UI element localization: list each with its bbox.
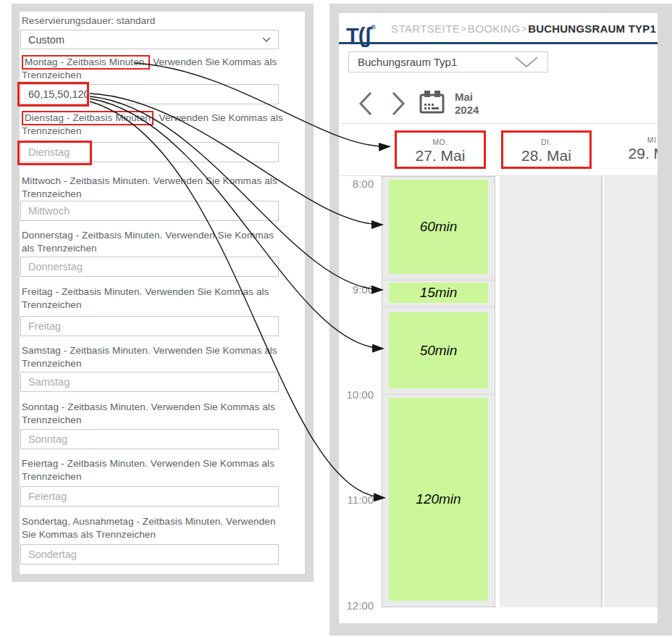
day-abbrev: MO. [432, 138, 448, 146]
breadcrumb-startseite[interactable]: STARTSEITE [391, 22, 460, 35]
montag-label-highlight: Montag - Zeitbasis Minuten. [22, 55, 150, 70]
sonntag-input[interactable] [20, 429, 279, 449]
registered-mark: ® [371, 24, 376, 31]
day-date: 29. Mai [629, 145, 658, 162]
slot-divider [382, 280, 495, 280]
room-select-dropdown[interactable]: Buchungsraum Typ1 [348, 51, 548, 72]
toolbar-divider [340, 123, 658, 124]
dienstag-placeholder-highlight-box [17, 141, 92, 165]
dienstag-label: Dienstag - Zeitbasis Minuten. Verwenden … [22, 112, 285, 137]
breadcrumb-separator-icon: > [521, 23, 527, 34]
booking-slot-120min[interactable]: 120min [389, 398, 488, 601]
reservation-duration-select[interactable]: Custom [20, 30, 279, 49]
booking-slot-60min[interactable]: 60min [389, 180, 488, 274]
reservation-duration-value: Custom [28, 34, 64, 46]
breadcrumb: STARTSEITE > BOOKING > BUCHUNGSRAUM TYP1 [391, 13, 656, 43]
room-select-value: Buchungsraum Typ1 [358, 56, 457, 68]
day-header-monday: MO. 27. Mai [395, 130, 486, 169]
booking-slot-15min[interactable]: 15min [389, 283, 488, 303]
header-divider [339, 42, 658, 44]
freitag-input[interactable] [20, 316, 279, 336]
booking-slot-50min[interactable]: 50min [389, 312, 488, 388]
feiertag-label: Feiertag - Zeitbasis Minuten. Verwenden … [22, 457, 285, 483]
montag-label: Montag - Zeitbasis Minuten. Verwenden Si… [22, 56, 285, 81]
month-name: Mai [455, 91, 479, 104]
prev-week-button[interactable] [356, 90, 375, 117]
day-header-wednesday: MI. 29. Mai [608, 130, 658, 169]
calendar-column-tuesday[interactable] [500, 176, 602, 607]
montag-value-highlight-box [17, 82, 89, 107]
day-date: 27. Mai [416, 147, 466, 165]
day-abbrev: DI. [541, 138, 552, 146]
slot-divider [382, 307, 495, 307]
donnerstag-label: Donnerstag - Zeitbasis Minuten. Verwende… [22, 229, 285, 254]
day-abbrev: MI. [647, 136, 658, 144]
booking-app-panel: T(ʃ® STARTSEITE > BOOKING > BUCHUNGSRAUM… [339, 13, 658, 623]
chevron-down-icon [262, 37, 271, 43]
reservation-duration-label: Reservierungsdauer: standard [22, 14, 285, 28]
next-week-button[interactable] [389, 90, 408, 117]
mittwoch-label: Mittwoch - Zeitbasis Minuten. Verwenden … [22, 175, 285, 200]
chevron-right-icon [390, 91, 407, 117]
breadcrumb-separator-icon: > [461, 23, 466, 34]
day-header-tuesday: DI. 28. Mai [501, 130, 592, 169]
sondertag-input[interactable] [20, 544, 279, 565]
calendar-icon[interactable] [419, 89, 446, 117]
chevron-down-icon [514, 56, 539, 68]
month-year-label: Mai 2024 [455, 91, 479, 117]
feiertag-input[interactable] [20, 486, 279, 507]
sonntag-label: Sonntag - Zeitbasis Minuten. Verwenden S… [22, 401, 285, 426]
time-label-10: 10:00 [339, 388, 374, 401]
breadcrumb-booking[interactable]: BOOKING [468, 22, 521, 35]
time-label-12: 12:00 [339, 599, 374, 612]
chevron-left-icon [357, 91, 374, 117]
samstag-label: Samstag - Zeitbasis Minuten. Verwenden S… [22, 344, 285, 370]
freitag-label: Freitag - Zeitbasis Minuten. Verwenden S… [22, 286, 285, 311]
sondertag-label: Sondertag, Ausnahmetag - Zeitbasis Minut… [22, 515, 285, 541]
donnerstag-input[interactable] [20, 257, 279, 277]
time-label-11: 11:00 [339, 494, 374, 507]
calendar-column-wednesday[interactable] [604, 176, 658, 607]
calendar-column-monday[interactable]: 60min 15min 50min 120min [382, 176, 495, 607]
samstag-input[interactable] [20, 372, 279, 392]
mittwoch-input[interactable] [20, 201, 279, 221]
breadcrumb-buchungsraum-typ1: BUCHUNGSRAUM TYP1 [528, 22, 656, 35]
tutorial-screenshot: Reservierungsdauer: standard Custom Mont… [0, 0, 672, 637]
dienstag-label-highlight: Dienstag - Zeitbasis Minuten [22, 111, 154, 125]
time-label-9: 9:00 [339, 283, 374, 296]
year-number: 2024 [455, 104, 479, 117]
time-label-8: 8:00 [339, 178, 374, 191]
slot-divider [382, 394, 495, 395]
day-date: 28. Mai [521, 147, 571, 165]
